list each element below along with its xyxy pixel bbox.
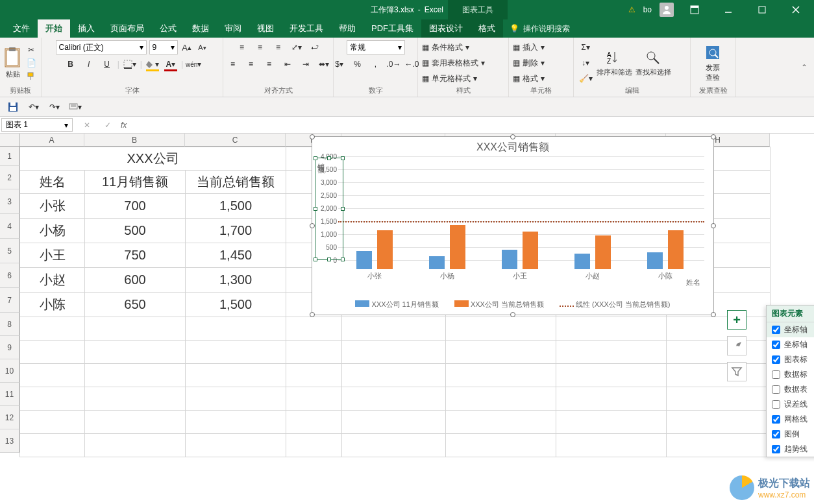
- chart-element-option[interactable]: 图例: [767, 427, 814, 442]
- tab-页面布局[interactable]: 页面布局: [103, 19, 152, 38]
- decrease-font-button[interactable]: A▾: [196, 42, 209, 53]
- chart-bar[interactable]: [574, 254, 590, 269]
- row-header[interactable]: 13: [0, 429, 19, 453]
- chart-bar[interactable]: [647, 252, 663, 269]
- cell[interactable]: 小张: [20, 194, 85, 219]
- tab-图表设计[interactable]: 图表设计: [421, 19, 471, 38]
- increase-font-button[interactable]: A▴: [180, 42, 193, 53]
- chart-styles-button[interactable]: [727, 336, 746, 355]
- find-select-button[interactable]: 查找和选择: [635, 49, 671, 77]
- row-header[interactable]: 5: [0, 239, 19, 263]
- cell[interactable]: [85, 387, 186, 411]
- cell[interactable]: [186, 317, 286, 341]
- number-format-select[interactable]: 常规▾: [347, 40, 405, 54]
- font-name-select[interactable]: Calibri (正文)▾: [56, 40, 147, 54]
- chart-element-option[interactable]: 数据表: [767, 382, 814, 397]
- tab-视图[interactable]: 视图: [249, 19, 282, 38]
- maximize-button[interactable]: [749, 0, 775, 19]
- cell[interactable]: [667, 364, 771, 387]
- cell[interactable]: 650: [85, 293, 186, 317]
- italic-button[interactable]: I: [81, 57, 97, 71]
- cell[interactable]: [20, 411, 85, 434]
- cell[interactable]: [667, 411, 771, 434]
- tell-me[interactable]: 💡 操作说明搜索: [503, 19, 576, 38]
- orientation-button[interactable]: ⤢▾: [289, 40, 304, 54]
- cell[interactable]: [667, 434, 771, 457]
- autosum-button[interactable]: Σ▾: [578, 40, 593, 54]
- row-header[interactable]: 12: [0, 406, 19, 429]
- col-header[interactable]: A: [19, 134, 84, 147]
- align-top-button[interactable]: ≡: [234, 40, 250, 54]
- cell-styles-button[interactable]: ▦ 单元格样式 ▾: [422, 71, 477, 86]
- cell[interactable]: [20, 434, 85, 457]
- cell[interactable]: [342, 387, 446, 411]
- wrap-text-button[interactable]: ⮐: [307, 40, 323, 54]
- fill-color-button[interactable]: ▾: [145, 57, 160, 71]
- cell[interactable]: [286, 411, 342, 434]
- cell[interactable]: [20, 387, 85, 411]
- decrease-decimal-button[interactable]: ←.0: [404, 57, 420, 71]
- chart-element-option[interactable]: 坐标轴: [767, 337, 814, 352]
- cell[interactable]: 11月销售额: [85, 171, 186, 194]
- chart-plot-area[interactable]: 05001,0001,5002,0002,5003,0003,5004,000小…: [338, 156, 704, 269]
- cell[interactable]: [342, 341, 446, 364]
- cell[interactable]: 1,500: [186, 194, 286, 219]
- chart-object[interactable]: XXX公司销售额 销售额 姓名 05001,0001,5002,0002,500…: [312, 136, 714, 315]
- cell[interactable]: XXX公司: [20, 147, 286, 171]
- cell[interactable]: [186, 387, 286, 411]
- cell[interactable]: [20, 341, 85, 364]
- cell[interactable]: [667, 317, 771, 341]
- cell[interactable]: [446, 434, 556, 457]
- format-cells-button[interactable]: ▦ 格式 ▾: [513, 71, 545, 86]
- close-button[interactable]: [783, 0, 809, 19]
- align-center-button[interactable]: ≡: [243, 57, 259, 71]
- cell[interactable]: [186, 341, 286, 364]
- format-painter-button[interactable]: [25, 70, 38, 82]
- percent-button[interactable]: %: [350, 57, 365, 71]
- copy-button[interactable]: 📄: [25, 57, 38, 69]
- chart-bar[interactable]: [450, 225, 465, 269]
- invoice-check-button[interactable]: 发票 查验: [695, 43, 731, 82]
- fill-button[interactable]: ↓▾: [578, 56, 593, 70]
- avatar[interactable]: [660, 3, 674, 17]
- tab-PDF工具集[interactable]: PDF工具集: [364, 19, 421, 38]
- save-button[interactable]: [5, 100, 21, 114]
- cell[interactable]: [85, 317, 186, 341]
- redo-button[interactable]: ↷▾: [47, 100, 62, 114]
- chart-element-option[interactable]: 网格线: [767, 412, 814, 427]
- cell[interactable]: [85, 434, 186, 457]
- align-bottom-button[interactable]: ≡: [271, 40, 286, 54]
- chart-element-option[interactable]: 图表标: [767, 352, 814, 367]
- font-color-button[interactable]: A▾: [163, 57, 179, 71]
- conditional-format-button[interactable]: ▦ 条件格式 ▾: [422, 40, 469, 54]
- phonetic-button[interactable]: wén▾: [186, 57, 201, 71]
- cell[interactable]: [85, 364, 186, 387]
- cell[interactable]: [186, 434, 286, 457]
- cell[interactable]: [186, 411, 286, 434]
- cell[interactable]: 700: [85, 194, 186, 219]
- border-button[interactable]: ▾: [122, 57, 138, 71]
- cell[interactable]: [556, 341, 667, 364]
- increase-indent-button[interactable]: ⇥: [298, 57, 314, 71]
- cell[interactable]: 小赵: [20, 268, 85, 293]
- chart-filters-button[interactable]: [727, 362, 746, 381]
- chart-element-option[interactable]: 趋势线: [767, 442, 814, 457]
- increase-decimal-button[interactable]: .0→: [386, 57, 402, 71]
- chart-legend[interactable]: XXX公司 11月销售额 XXX公司 当前总销售额 线性 (XXX公司 当前总销…: [312, 300, 713, 309]
- cell[interactable]: [446, 387, 556, 411]
- merge-button[interactable]: ⬌▾: [316, 57, 332, 71]
- chart-bar[interactable]: [523, 232, 538, 269]
- cell[interactable]: [556, 387, 667, 411]
- chart-bar[interactable]: [668, 230, 684, 269]
- tab-开始[interactable]: 开始: [38, 19, 70, 38]
- format-table-button[interactable]: ▦ 套用表格格式 ▾: [422, 56, 485, 70]
- minimize-button[interactable]: [715, 0, 741, 19]
- cell[interactable]: 1,500: [186, 293, 286, 317]
- cell[interactable]: [667, 341, 771, 364]
- cell[interactable]: [286, 434, 342, 457]
- chart-bar[interactable]: [377, 230, 393, 269]
- sort-filter-button[interactable]: AZ 排序和筛选: [596, 49, 632, 77]
- chart-element-option[interactable]: 误差线: [767, 397, 814, 412]
- chart-element-option[interactable]: 坐标轴▸: [767, 322, 814, 337]
- chart-bar[interactable]: [429, 256, 445, 269]
